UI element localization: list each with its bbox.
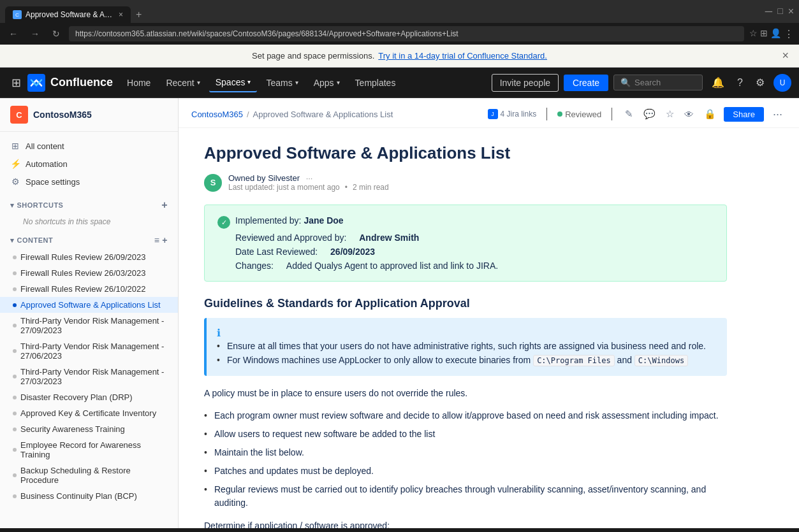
star-icon[interactable]: ☆: [663, 106, 677, 122]
profile-icon[interactable]: 👤: [770, 28, 781, 40]
tab-favicon: C: [13, 10, 22, 19]
tree-item-label: Third-Party Vendor Risk Management - 27/…: [20, 341, 168, 361]
tree-item-cert-inventory[interactable]: Approved Key & Certificate Inventory: [0, 405, 178, 421]
restriction-icon[interactable]: 🔒: [701, 106, 719, 122]
tree-item-label: Business Continuity Plan (BCP): [20, 491, 137, 501]
owned-by-label: Owned by Silvester: [228, 173, 300, 183]
watch-icon[interactable]: 👁: [682, 106, 696, 122]
nav-templates[interactable]: Templates: [349, 74, 402, 92]
notification-link[interactable]: Try it in a 14-day trial of Confluence S…: [378, 51, 547, 61]
policy-bullet-4: Patches and updates must be deployed.: [204, 462, 727, 480]
tree-item-security-training[interactable]: Security Awareness Training: [0, 421, 178, 437]
tree-item-label: Firewall Rules Review 26/03/2023: [20, 268, 146, 278]
new-tab-button[interactable]: +: [131, 6, 147, 23]
nav-teams[interactable]: Teams ▾: [260, 74, 304, 92]
author-avatar: S: [204, 174, 222, 192]
grid-icon[interactable]: ⊞: [8, 72, 25, 94]
menu-icon[interactable]: ⋮: [784, 28, 794, 40]
help-icon[interactable]: ?: [733, 73, 747, 92]
tree-item-firewall-2[interactable]: Firewall Rules Review 26/03/2023: [0, 265, 178, 281]
nav-spaces[interactable]: Spaces ▾: [209, 73, 258, 92]
active-tab[interactable]: C Approved Software & Applicatio... ×: [5, 6, 131, 23]
settings-icon[interactable]: ⚙: [752, 73, 768, 92]
policy-bullet-5: Regular reviews must be carried out to i…: [204, 480, 727, 512]
tree-item-vendor-3[interactable]: Third-Party Vendor Risk Management - 27/…: [0, 364, 178, 389]
tree-item-approved-software[interactable]: Approved Software & Applications List: [0, 297, 178, 313]
tree-item-firewall-1[interactable]: Firewall Rules Review 26/09/2023: [0, 249, 178, 265]
reload-button[interactable]: ↻: [48, 26, 64, 41]
search-box[interactable]: 🔍 Search: [613, 75, 703, 90]
policy-bullet-3: Maintain the list below.: [204, 443, 727, 462]
breadcrumb-space-link[interactable]: ContosoM365: [191, 110, 243, 119]
tree-dot: [13, 349, 17, 353]
policy-bullet-list: Each program owner must review software …: [204, 406, 727, 512]
svg-rect-0: [27, 74, 45, 92]
shortcuts-toggle-icon[interactable]: ▾: [10, 201, 15, 210]
content-filter-icon[interactable]: ≡: [154, 235, 160, 245]
nav-apps[interactable]: Apps ▾: [307, 74, 346, 92]
nav-home[interactable]: Home: [121, 74, 157, 92]
nav-recent[interactable]: Recent ▾: [159, 74, 206, 92]
tree-item-vendor-1[interactable]: Third-Party Vendor Risk Management - 27/…: [0, 313, 178, 338]
tree-item-backup-scheduling[interactable]: Backup Scheduling & Restore Procedure: [0, 463, 178, 488]
tree-dot: [13, 396, 17, 399]
space-header[interactable]: C ContosoM365: [0, 98, 178, 132]
user-avatar[interactable]: U: [773, 74, 791, 92]
tree-item-label: Employee Record for Awareness Training: [20, 440, 168, 459]
date-value: 26/09/2023: [330, 247, 375, 257]
forward-button[interactable]: →: [27, 26, 43, 41]
comment-icon[interactable]: 💬: [641, 106, 658, 122]
tree-item-employee-record[interactable]: Employee Record for Awareness Training: [0, 437, 178, 463]
spaces-arrow: ▾: [247, 78, 251, 85]
reviewed-by-label: Reviewed and Approved by:: [235, 233, 346, 243]
tree-item-vendor-2[interactable]: Third-Party Vendor Risk Management - 27/…: [0, 338, 178, 364]
tab-close-button[interactable]: ×: [119, 10, 123, 19]
content-add-icon[interactable]: +: [162, 235, 168, 245]
logo-label: Confluence: [50, 76, 113, 89]
tree-item-bcp[interactable]: Business Continuity Plan (BCP): [0, 488, 178, 504]
author-more-button[interactable]: ···: [306, 173, 313, 183]
tree-item-label: Third-Party Vendor Risk Management - 27/…: [20, 367, 168, 386]
sidebar-item-space-settings[interactable]: ⚙ Space settings: [0, 173, 178, 191]
breadcrumb-actions: J 4 Jira links Reviewed ✎ 💬 ☆ 👁 🔒 Share …: [488, 106, 787, 122]
confluence-logo[interactable]: Confluence: [27, 74, 113, 92]
sidebar-item-automation[interactable]: ⚡ Automation: [0, 155, 178, 173]
templates-label: Templates: [355, 78, 396, 88]
share-button[interactable]: Share: [724, 107, 764, 122]
invite-people-button[interactable]: Invite people: [492, 74, 559, 92]
tree-item-label: Security Awareness Training: [20, 424, 125, 434]
notification-close-button[interactable]: ×: [782, 49, 789, 62]
code-program-files: C:\Program Files: [533, 355, 615, 366]
tree-item-drp[interactable]: Disaster Recovery Plan (DRP): [0, 389, 178, 405]
tree-dot: [13, 375, 17, 378]
add-shortcut-button[interactable]: +: [161, 199, 168, 211]
bookmark-icon[interactable]: ☆: [749, 28, 758, 40]
taskbar: ⊞ 🔍 Search: [0, 528, 799, 532]
tab-label: Approved Software & Applicatio...: [26, 10, 115, 19]
last-updated-text: Last updated: just a moment ago: [228, 183, 340, 192]
date-label: Date Last Reviewed:: [235, 247, 318, 257]
bell-icon[interactable]: 🔔: [708, 73, 728, 92]
tree-dot: [13, 324, 17, 327]
more-actions-button[interactable]: ···: [769, 106, 786, 122]
tree-item-firewall-3[interactable]: Firewall Rules Review 26/10/2022: [0, 281, 178, 297]
create-button[interactable]: Create: [564, 75, 608, 91]
minimize-button[interactable]: ─: [765, 6, 772, 17]
space-settings-label: Space settings: [26, 177, 80, 187]
edit-icon[interactable]: ✎: [622, 106, 636, 122]
sidebar-item-all-content[interactable]: ⊞ All content: [0, 137, 178, 155]
jira-links[interactable]: J 4 Jira links: [488, 109, 537, 119]
section-heading: Guidelines & Standards for Application A…: [204, 297, 727, 310]
implemented-label: Implemented by:: [235, 215, 302, 226]
close-window-button[interactable]: ×: [788, 6, 794, 17]
apps-label: Apps: [314, 78, 334, 88]
content-toggle-icon[interactable]: ▾: [10, 236, 15, 245]
shortcuts-label: SHORTCUTS: [17, 201, 64, 209]
maximize-button[interactable]: □: [777, 6, 782, 17]
extensions-icon[interactable]: ⊞: [760, 28, 768, 40]
automation-icon: ⚡: [10, 159, 20, 169]
content-label: CONTENT: [17, 236, 54, 244]
back-button[interactable]: ←: [5, 26, 22, 41]
address-bar[interactable]: [69, 26, 744, 41]
check-icon: ✓: [217, 216, 230, 229]
